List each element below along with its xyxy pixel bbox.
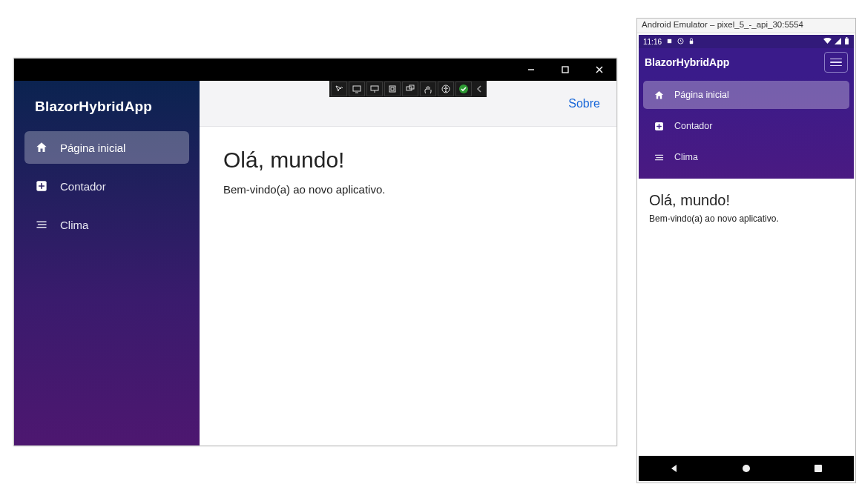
devtools-toolbar xyxy=(329,81,487,97)
home-icon xyxy=(35,141,48,154)
content-area: Sobre Olá, mundo! Bem-vindo(a) ao novo a… xyxy=(200,81,616,445)
status-time: 11:16 xyxy=(643,38,662,46)
sidebar-item-counter[interactable]: Contador xyxy=(24,170,189,202)
phone-screen: 11:16 xyxy=(639,35,854,481)
status-lock-icon xyxy=(688,38,694,46)
softkey-back-icon[interactable] xyxy=(668,462,680,474)
svg-rect-10 xyxy=(371,86,378,90)
mobile-nav-label: Página inicial xyxy=(674,90,729,100)
mobile-content: Olá, mundo! Bem-vindo(a) ao novo aplicat… xyxy=(639,179,854,456)
sidebar-nav: Página inicial Contador Clima xyxy=(14,131,200,241)
status-debug-icon xyxy=(666,38,673,46)
sidebar-item-home[interactable]: Página inicial xyxy=(24,131,189,164)
devtool-screens-icon[interactable] xyxy=(402,82,418,96)
window-minimize-button[interactable] xyxy=(514,59,548,81)
svg-rect-1 xyxy=(562,67,568,73)
softkey-recents-icon[interactable] xyxy=(812,462,824,474)
mobile-page-heading: Olá, mundo! xyxy=(649,192,843,209)
window-maximize-button[interactable] xyxy=(548,59,582,81)
svg-rect-29 xyxy=(814,465,822,472)
sidebar: BlazorHybridApp Página inicial Contador xyxy=(14,81,200,445)
desktop-window: BlazorHybridApp Página inicial Contador xyxy=(13,58,617,446)
mobile-nav-label: Clima xyxy=(674,152,698,162)
plus-square-icon xyxy=(35,179,48,193)
window-titlebar xyxy=(14,59,616,81)
devtool-box-icon[interactable] xyxy=(384,82,401,96)
softkey-home-icon[interactable] xyxy=(740,462,752,474)
about-link[interactable]: Sobre xyxy=(568,97,600,110)
sidebar-item-weather[interactable]: Clima xyxy=(24,208,189,241)
window-close-button[interactable] xyxy=(582,59,616,81)
svg-rect-22 xyxy=(845,39,849,44)
sidebar-item-label: Contador xyxy=(60,180,106,193)
svg-point-28 xyxy=(743,465,750,472)
emulator-titlebar: Android Emulator – pixel_5_-_api_30:5554 xyxy=(637,19,855,33)
page-body: Olá, mundo! Bem-vindo(a) ao novo aplicat… xyxy=(200,127,616,216)
devtool-collapse-icon[interactable] xyxy=(473,82,485,96)
devtool-hand-icon[interactable] xyxy=(420,82,436,96)
page-subtext: Bem-vindo(a) ao novo aplicativo. xyxy=(223,183,593,196)
sidebar-item-label: Clima xyxy=(60,219,88,231)
svg-rect-8 xyxy=(353,86,361,91)
devtool-pointer-icon[interactable] xyxy=(331,82,347,96)
list-icon xyxy=(652,150,665,164)
status-battery-icon xyxy=(844,37,849,46)
devtool-monitor-icon[interactable] xyxy=(366,82,383,96)
mobile-nav: Página inicial Contador Clima xyxy=(639,76,854,179)
android-softkeys xyxy=(639,456,854,481)
devtool-screen-icon[interactable] xyxy=(349,82,365,96)
appbar-title: BlazorHybridApp xyxy=(645,56,729,68)
status-clock-icon xyxy=(677,38,684,46)
list-icon xyxy=(35,218,48,231)
page-heading: Olá, mundo! xyxy=(223,147,593,173)
android-statusbar: 11:16 xyxy=(639,35,854,48)
content-topbar: Sobre xyxy=(200,81,616,127)
hamburger-menu-button[interactable] xyxy=(824,52,848,73)
status-signal-icon xyxy=(835,38,841,46)
svg-rect-12 xyxy=(389,86,395,92)
mobile-page-subtext: Bem-vindo(a) ao novo aplicativo. xyxy=(649,213,843,224)
sidebar-item-label: Página inicial xyxy=(60,142,125,154)
svg-rect-21 xyxy=(690,40,694,44)
devtool-accessibility-icon[interactable] xyxy=(438,82,454,96)
svg-point-17 xyxy=(445,87,447,88)
svg-rect-13 xyxy=(391,87,394,90)
svg-rect-23 xyxy=(846,37,848,39)
svg-rect-19 xyxy=(668,39,671,42)
mobile-nav-label: Contador xyxy=(674,121,712,131)
app-brand: BlazorHybridApp xyxy=(14,85,200,131)
devtool-status-ok-icon[interactable] xyxy=(455,82,472,96)
status-wifi-icon xyxy=(823,38,832,46)
home-icon xyxy=(652,88,665,102)
mobile-nav-item-weather[interactable]: Clima xyxy=(643,143,849,171)
plus-square-icon xyxy=(652,119,665,133)
mobile-nav-item-counter[interactable]: Contador xyxy=(643,112,849,140)
mobile-nav-item-home[interactable]: Página inicial xyxy=(643,81,849,109)
app-appbar: BlazorHybridApp xyxy=(639,48,854,76)
android-emulator-window: Android Emulator – pixel_5_-_api_30:5554… xyxy=(636,18,856,483)
